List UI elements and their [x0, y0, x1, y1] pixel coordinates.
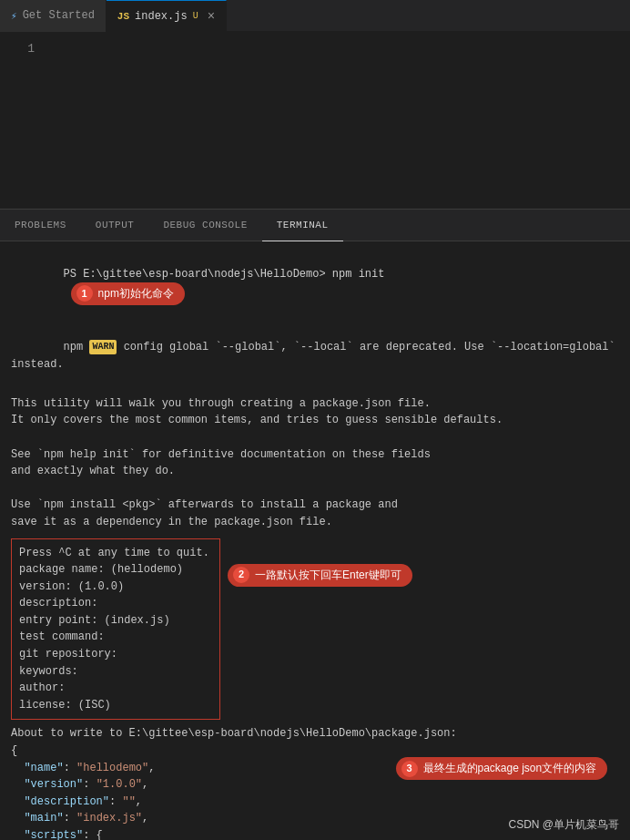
- callout-3-text: 最终生成的package json文件的内容: [423, 760, 597, 777]
- input-pkg-name: package name: (hellodemo): [19, 561, 212, 579]
- callout-3-num: 3: [401, 761, 418, 777]
- terminal-prompt: PS E:\gittee\esp-board\nodejs\HelloDemo>: [64, 268, 326, 281]
- input-test-cmd: test command:: [19, 629, 212, 646]
- tab-debug-console[interactable]: DEBUG CONSOLE: [148, 210, 261, 241]
- editor-area: 1: [0, 32, 630, 210]
- terminal-prompt-line: PS E:\gittee\esp-board\nodejs\HelloDemo>…: [11, 249, 619, 322]
- bottom-panel: PROBLEMS OUTPUT DEBUG CONSOLE TERMINAL P…: [0, 210, 630, 840]
- input-entry: entry point: (index.js): [19, 612, 212, 630]
- panel-tabs: PROBLEMS OUTPUT DEBUG CONSOLE TERMINAL: [0, 210, 630, 241]
- tab-terminal[interactable]: TERMINAL: [262, 210, 343, 241]
- line-number-1: 1: [7, 42, 35, 56]
- info-line-5: Use `npm install <pkg>` afterwards to in…: [11, 497, 619, 514]
- json-line-3: "version": "1.0.0",: [11, 776, 385, 794]
- close-tab-button[interactable]: ×: [208, 10, 215, 23]
- input-section-wrapper: Press ^C at any time to quit. package na…: [11, 537, 619, 722]
- json-line-5: "main": "index.js",: [11, 810, 385, 827]
- info-line-3: See `npm help init` for definitive docum…: [11, 446, 619, 464]
- tab-output[interactable]: OUTPUT: [81, 210, 149, 241]
- tab-bar: ⚡ Get Started JS index.js U ×: [0, 0, 630, 32]
- terminal-command: npm init: [326, 268, 385, 281]
- terminal-info-section: This utility will walk you through creat…: [11, 395, 619, 531]
- json-content: { "name": "hellodemo", "version": "1.0.0…: [11, 743, 385, 840]
- tab-get-started-label: Get Started: [23, 9, 95, 22]
- json-line-4: "description": "",: [11, 794, 385, 811]
- info-line-blank2: [11, 480, 619, 497]
- callout-3: 3 最终生成的package json文件的内容: [396, 757, 608, 780]
- json-line-1: {: [11, 743, 385, 760]
- callout-2: 2 一路默认按下回车Enter键即可: [228, 564, 412, 587]
- callout-2-text: 一路默认按下回车Enter键即可: [255, 567, 401, 584]
- terminal-wrapper: PS E:\gittee\esp-board\nodejs\HelloDemo>…: [0, 241, 630, 840]
- callout-1-num: 1: [76, 285, 93, 302]
- editor-line-1: 1: [0, 39, 630, 57]
- callout-1: 1 npm初始化命令: [71, 282, 185, 305]
- csdn-watermark: CSDN @单片机菜鸟哥: [508, 817, 619, 833]
- json-line-2: "name": "hellodemo",: [11, 760, 385, 777]
- input-quit: Press ^C at any time to quit.: [19, 545, 212, 562]
- info-line-4: and exactly what they do.: [11, 463, 619, 480]
- terminal-content[interactable]: PS E:\gittee\esp-board\nodejs\HelloDemo>…: [0, 241, 630, 840]
- callout-1-text: npm初始化命令: [98, 285, 174, 302]
- tab-index-js[interactable]: JS index.js U ×: [107, 0, 227, 32]
- input-author: author:: [19, 680, 212, 697]
- js-icon: JS: [117, 11, 129, 22]
- input-git-repo: git repository:: [19, 646, 212, 663]
- info-line-2: It only covers the most common items, an…: [11, 412, 619, 429]
- tab-get-started[interactable]: ⚡ Get Started: [0, 0, 107, 32]
- input-section: Press ^C at any time to quit. package na…: [11, 538, 220, 721]
- warn-prefix: npm: [64, 341, 90, 353]
- modified-indicator: U: [193, 11, 198, 21]
- about-line: About to write to E:\gittee\esp-board\no…: [11, 725, 619, 743]
- input-description: description:: [19, 595, 212, 612]
- tab-problems[interactable]: PROBLEMS: [0, 210, 81, 241]
- input-version: version: (1.0.0): [19, 579, 212, 596]
- json-line-6: "scripts": {: [11, 827, 385, 840]
- rocket-icon: ⚡: [11, 10, 17, 22]
- tab-index-js-label: index.js: [135, 10, 188, 23]
- input-keywords: keywords:: [19, 663, 212, 681]
- terminal-warn-line: npm WARN config global `--global`, `--lo…: [11, 322, 619, 389]
- input-license: license: (ISC): [19, 697, 212, 714]
- info-line-6: save it as a dependency in the package.j…: [11, 514, 619, 531]
- info-line-blank1: [11, 429, 619, 446]
- warn-badge: WARN: [89, 340, 117, 354]
- callout-2-num: 2: [233, 567, 249, 583]
- info-line-1: This utility will walk you through creat…: [11, 395, 619, 413]
